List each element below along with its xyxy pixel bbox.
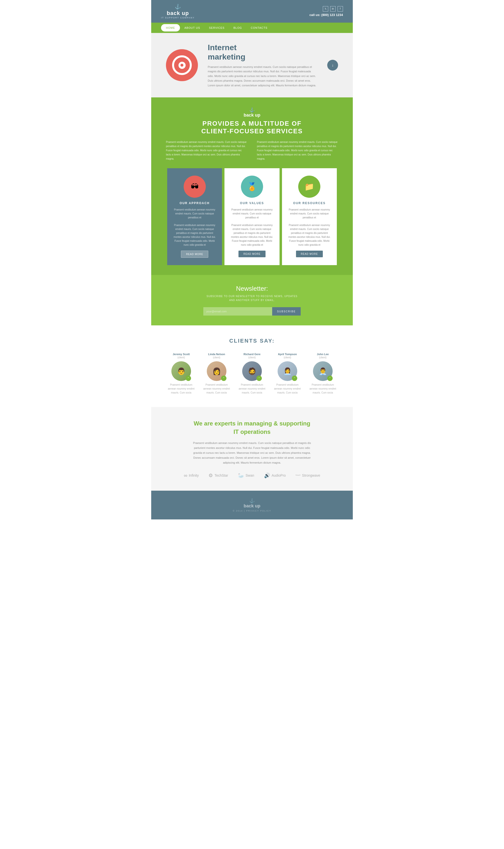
logo: ⚓ back up IT SUPPORT COMPANY xyxy=(161,4,195,19)
header-right: 𝕏 in f call us: (800) 123 1234 xyxy=(309,6,343,17)
client-name-linda: Linda Nelson xyxy=(208,353,225,356)
client-role-john: (client) xyxy=(319,356,326,359)
brand-infinity: ∞ Infinity xyxy=(184,473,199,478)
scroll-down-button[interactable]: ↓ xyxy=(327,60,338,71)
nav-home[interactable]: HOME xyxy=(161,24,180,32)
client-john: John Lee (client) 👨‍💼 " Praesent vestibu… xyxy=(308,353,338,395)
client-role-jeremy: (client) xyxy=(178,356,185,359)
client-jeremy: Jeremy Scott (client) 👨 " Praesent vesti… xyxy=(166,353,196,395)
logo-text: back up xyxy=(167,10,189,17)
footer-logo-icon: ⚓ xyxy=(161,498,343,503)
strongwave-label: Strongwave xyxy=(302,474,320,477)
clients-section: CLIENTS SAY: Jeremy Scott (client) 👨 " P… xyxy=(151,325,353,407)
services-desc-left: Praesent vestibulum aenean noummy emdret… xyxy=(166,140,247,161)
client-avatar-linda: 👩 " xyxy=(207,361,227,381)
techstar-icon: ⚙ xyxy=(209,473,213,478)
clients-title: CLIENTS SAY: xyxy=(166,338,338,344)
newsletter-subscribe-button[interactable]: SUBSCRIBE xyxy=(272,307,301,316)
logo-subtitle: IT SUPPORT COMPANY xyxy=(161,17,195,19)
techstar-label: TechStar xyxy=(214,474,228,477)
client-text-john: Praesent vestibulum aenean noummy emdret… xyxy=(308,383,338,395)
client-name-richard: Richard Gere xyxy=(244,353,260,356)
strongwave-icon: 〰 xyxy=(295,473,301,478)
target-inner xyxy=(177,60,187,71)
values-read-more[interactable]: READ MORE xyxy=(238,251,266,257)
resources-text-short: Praesent vestibulum aenean noummy emdret… xyxy=(287,208,332,219)
nav-contacts[interactable]: CONTACTS xyxy=(246,23,272,33)
linkedin-icon[interactable]: in xyxy=(330,6,336,12)
newsletter-title: Newsletter: xyxy=(166,285,338,293)
phone-value: (800) 123 1234 xyxy=(321,13,343,17)
client-text-jeremy: Praesent vestibulum aenean noummy emdret… xyxy=(166,383,196,395)
card-resources: 📁 OUR RESOURCES Praesent vestibulum aene… xyxy=(282,168,337,265)
client-avatar-jeremy: 👨 " xyxy=(172,361,191,381)
values-text-short: Praesent vestibulum aenean noummy emdret… xyxy=(229,208,274,219)
footer-sub: © 2014 | PRIVACY POLICY xyxy=(161,510,343,512)
card-values: 🏅 OUR VALUES Praesent vestibulum aenean … xyxy=(224,168,279,265)
brand-logos-row: ∞ Infinity ⚙ TechStar 🦢 Swan 🔊 AudioPro … xyxy=(171,473,333,478)
services-headline: PROVIDES A MULTITUDE OF CLIENT-FOCUSED S… xyxy=(166,120,338,135)
client-name-april: April Tompson xyxy=(278,353,297,356)
infinity-label: Infinity xyxy=(189,474,199,477)
facebook-icon[interactable]: f xyxy=(338,6,343,12)
target-icon xyxy=(172,55,192,75)
hero-section: Internet marketing Praesent vestibulum a… xyxy=(151,33,353,98)
swan-label: Swan xyxy=(246,474,254,477)
approach-read-more[interactable]: READ MORE xyxy=(181,251,209,258)
logo-icon: ⚓ xyxy=(175,4,181,10)
brand-audiopro: 🔊 AudioPro xyxy=(264,473,286,478)
client-avatar-john: 👨‍💼 " xyxy=(313,361,332,381)
call-us-label: call us: xyxy=(309,13,320,17)
client-text-linda: Praesent vestibulum aenean noummy emdret… xyxy=(201,383,232,395)
approach-icon: 🕶 xyxy=(184,176,206,198)
client-text-richard: Praesent vestibulum aenean noummy emdret… xyxy=(237,383,267,395)
client-richard: Richard Gere (client) 🧔 " Praesent vesti… xyxy=(237,353,267,395)
card-approach: 🕶 OUR APPROACH Praesent vestibulum aenea… xyxy=(167,168,222,265)
brand-strongwave: 〰 Strongwave xyxy=(295,473,320,478)
newsletter-email-input[interactable] xyxy=(203,307,272,316)
client-role-richard: (client) xyxy=(248,356,256,359)
experts-section: We are experts in managing & supporting … xyxy=(151,407,353,491)
services-description-row: Praesent vestibulum aenean noummy emdret… xyxy=(166,140,338,161)
nav-services[interactable]: SERVICES xyxy=(204,23,229,33)
values-text-long: Praesent vestibulum aenean noummy emdret… xyxy=(229,223,274,247)
quote-icon-linda: " xyxy=(221,375,227,381)
footer-logo-text: back up xyxy=(161,503,343,509)
target-center xyxy=(180,64,183,67)
newsletter-section: Newsletter: SUBSCRIBE TO OUR NEWSLETTER … xyxy=(151,275,353,325)
brand-swan: 🦢 Swan xyxy=(238,473,254,478)
newsletter-subtitle: SUBSCRIBE TO OUR NEWSLETTER TO RECEIVE N… xyxy=(166,295,338,302)
client-april: April Tompson (client) 👩‍💼 " Praesent ve… xyxy=(272,353,303,395)
clients-row: Jeremy Scott (client) 👨 " Praesent vesti… xyxy=(166,353,338,395)
infinity-icon: ∞ xyxy=(184,473,187,478)
green-logo-icon: ⚓ xyxy=(249,107,255,113)
newsletter-form: SUBSCRIBE xyxy=(166,307,338,316)
client-role-april: (client) xyxy=(284,356,291,359)
green-logo-text: back up xyxy=(244,113,260,118)
approach-title: OUR APPROACH xyxy=(172,201,217,205)
navigation: HOME ABOUT US SERVICES BLOG CONTACTS xyxy=(151,23,353,33)
cards-row: 🕶 OUR APPROACH Praesent vestibulum aenea… xyxy=(166,168,338,265)
twitter-icon[interactable]: 𝕏 xyxy=(323,6,328,12)
nav-blog[interactable]: BLOG xyxy=(229,23,246,33)
client-name-john: John Lee xyxy=(317,353,329,356)
social-icons: 𝕏 in f xyxy=(323,6,343,12)
swan-icon: 🦢 xyxy=(238,473,244,478)
hero-text: Internet marketing Praesent vestibulum a… xyxy=(208,43,318,88)
experts-title: We are experts in managing & supporting … xyxy=(171,419,333,436)
hero-title: Internet marketing xyxy=(208,43,318,62)
resources-text-long: Praesent vestibulum aenean noummy emdret… xyxy=(287,223,332,247)
resources-icon: 📁 xyxy=(298,176,320,198)
hero-icon xyxy=(166,49,198,81)
services-section: ⚓ back up PROVIDES A MULTITUDE OF CLIENT… xyxy=(151,98,353,275)
green-logo: ⚓ back up xyxy=(166,107,338,118)
footer: ⚓ back up © 2014 | PRIVACY POLICY xyxy=(151,491,353,519)
client-name-jeremy: Jeremy Scott xyxy=(173,353,190,356)
approach-text-long: Praesent vestibulum aenean noummy emdret… xyxy=(172,223,217,247)
quote-icon-john: " xyxy=(327,375,332,381)
nav-about[interactable]: ABOUT US xyxy=(180,23,204,33)
approach-text-short: Praesent vestibulum aenean noummy emdret… xyxy=(172,208,217,219)
client-avatar-richard: 🧔 " xyxy=(242,361,262,381)
resources-read-more[interactable]: READ MORE xyxy=(296,251,323,257)
quote-icon-richard: " xyxy=(256,375,262,381)
